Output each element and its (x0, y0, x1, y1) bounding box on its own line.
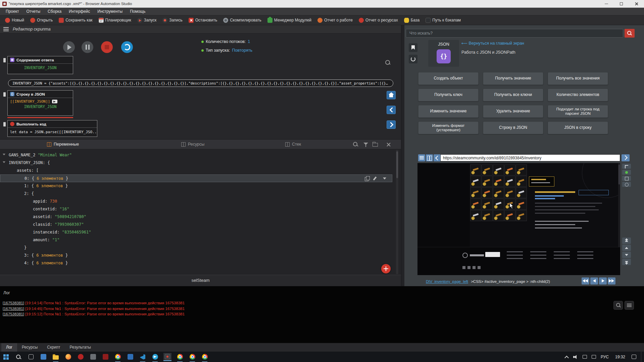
menu-tools[interactable]: Инструменты (94, 8, 126, 15)
record-preview-button[interactable] (622, 170, 631, 175)
selector-next-button[interactable] (599, 277, 607, 285)
string-to-json-block[interactable]: {}Строку в JSON [[INVENTORY_JSON]] INVEN… (7, 90, 73, 116)
explorer-button[interactable] (52, 353, 60, 361)
history-button[interactable] (409, 55, 417, 63)
close-button[interactable] (629, 0, 644, 7)
response-content-block[interactable]: Содержание ответа INVENTORY_JSON (7, 56, 73, 74)
volume-icon[interactable] (573, 355, 578, 359)
compile-button[interactable]: Скомпилировать (221, 17, 264, 24)
game-app-button[interactable] (77, 353, 85, 361)
log-entry-id-link[interactable]: [167538381] (3, 301, 24, 305)
tree-row[interactable]: 3: { 6 элементов } (0, 252, 401, 259)
bookmark-button[interactable] (409, 43, 417, 52)
run-type-value[interactable]: Повторять (232, 48, 252, 53)
copy-icon[interactable] (364, 176, 370, 181)
chrome-profile-1-button[interactable] (176, 353, 184, 361)
chrome-profile-3-button[interactable] (201, 353, 209, 361)
url-input[interactable] (440, 154, 620, 161)
stop-script-button[interactable] (101, 41, 113, 53)
browser-menu-button[interactable] (418, 154, 425, 161)
module-manager-button[interactable]: Менеджер Модулей (265, 17, 314, 24)
expander-icon[interactable] (3, 161, 5, 163)
tab-variables[interactable]: Переменные (47, 140, 79, 149)
selector-first-button[interactable] (582, 277, 589, 285)
backup-path-button[interactable]: Путь к бэкапам (423, 17, 463, 24)
tree-row[interactable]: assets: [ (0, 167, 401, 174)
edit-icon[interactable] (373, 176, 379, 181)
run-button[interactable]: Запуск (135, 17, 159, 24)
taskbar-search-button[interactable] (14, 353, 22, 361)
grid-app-button[interactable] (126, 353, 134, 361)
expression-preview[interactable]: INVENTORY_JSON = {"assets":[{},{},{},{},… (8, 80, 393, 87)
utility-app-button[interactable] (89, 353, 97, 361)
home-button[interactable] (387, 91, 396, 99)
menu-reports[interactable]: Отчеты (23, 8, 44, 15)
database-button[interactable]: База (402, 17, 422, 24)
tree-row[interactable]: 4: { 6 элементов } (0, 259, 401, 267)
work-report-button[interactable]: Отчет о работе (315, 17, 355, 24)
fullscreen-button[interactable] (622, 176, 631, 181)
tree-row[interactable]: assetid: "50894210780" (0, 213, 401, 221)
chevron-right-button[interactable] (387, 120, 396, 129)
close-icon[interactable] (386, 142, 391, 147)
execute-code-block[interactable]: Выполнить код let data = JSON.parse([[IN… (7, 120, 97, 137)
page-scrollbar[interactable] (618, 163, 620, 247)
acrobat-button[interactable] (101, 353, 109, 361)
selector-prev-button[interactable] (590, 277, 598, 285)
delete-value-button[interactable]: Удалить значение (483, 105, 543, 118)
notification-center-icon[interactable] (632, 355, 636, 359)
log-entry-id-link[interactable]: [167538381] (3, 312, 24, 316)
restart-script-button[interactable] (121, 41, 133, 53)
pause-script-button[interactable] (82, 41, 93, 53)
tree-row[interactable]: } (0, 244, 401, 252)
tab-resources[interactable]: Ресурсы (17, 343, 42, 352)
resource-report-button[interactable]: Отчет о ресурсах (356, 17, 400, 24)
chrome-button[interactable] (114, 353, 122, 361)
selector-last-button[interactable] (608, 277, 615, 285)
start-button[interactable] (2, 353, 10, 361)
clock[interactable]: 19:32 (613, 355, 627, 359)
browser-back-button[interactable] (434, 154, 441, 161)
scroll-top-button[interactable] (622, 238, 631, 244)
menu-build[interactable]: Сборка (44, 8, 65, 15)
navigate-button[interactable] (622, 154, 630, 161)
language-indicator[interactable]: РУС (601, 355, 609, 359)
record-button[interactable]: Запись (160, 17, 185, 24)
tree-row[interactable]: instanceid: "8350465961" (0, 228, 401, 236)
chrome-profile-2-button[interactable] (188, 353, 196, 361)
search-icon[interactable] (353, 142, 358, 147)
tab-resources[interactable]: Ресурсы (181, 140, 204, 149)
log-search-button[interactable] (613, 301, 623, 310)
tab-log[interactable]: Лог (1, 343, 17, 352)
open-button[interactable]: Открыть (28, 17, 55, 24)
stop-button[interactable]: Остановить (186, 17, 220, 24)
get-key-button[interactable]: Получить ключ (418, 89, 479, 101)
new-button[interactable]: Новый (3, 17, 27, 24)
create-object-button[interactable]: Создать объект (418, 72, 479, 85)
selector-element-link[interactable]: DIV_inventory_page_left (426, 279, 468, 283)
expander-icon[interactable] (3, 154, 5, 155)
tree-row[interactable]: GANS_NAME_2 "Minimal Wear" (0, 151, 401, 159)
telegram-button[interactable] (151, 353, 159, 361)
tree-row[interactable]: classid: "7993060307" (0, 221, 401, 228)
minimize-button[interactable] (599, 0, 614, 7)
get-all-keys-button[interactable]: Получить все ключи (483, 89, 543, 101)
mail-app-button[interactable] (39, 353, 47, 361)
scrollbar[interactable] (396, 150, 398, 274)
log-list-button[interactable] (625, 301, 634, 310)
menu-help[interactable]: Помощь (126, 8, 149, 15)
json-module-tile[interactable]: JSON {} (428, 40, 459, 67)
tray-chevron-icon[interactable] (564, 355, 568, 359)
tree-row[interactable]: INVENTORY_JSON: { (0, 159, 401, 167)
bas-app-button[interactable] (163, 353, 171, 361)
search-input[interactable] (406, 29, 623, 38)
show-desktop-button[interactable] (641, 352, 643, 362)
filter-icon[interactable] (363, 142, 368, 147)
is-json-parsable-button[interactable]: Подходит ли строка под парсинг JSON (548, 105, 608, 118)
tree-row[interactable]: 2: { (0, 190, 401, 198)
task-view-button[interactable] (27, 353, 35, 361)
change-format-deprecated-button[interactable]: Изменить формат (устаревшее) (418, 121, 479, 134)
json-to-string-button[interactable]: JSON в строку (548, 121, 608, 134)
search-button[interactable] (625, 29, 635, 38)
tree-row[interactable]: appid: 730 (0, 198, 401, 205)
